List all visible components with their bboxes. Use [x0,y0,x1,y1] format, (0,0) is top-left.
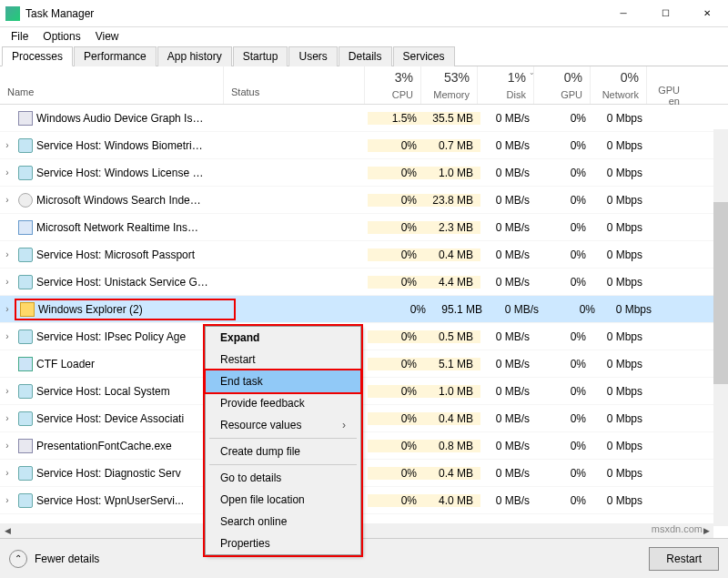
cm-resource-values[interactable]: Resource values [206,414,360,436]
process-row[interactable]: ›Microsoft Windows Search Inde…0%23.8 MB… [0,187,728,214]
expand-icon[interactable] [0,222,15,232]
memory-cell: 0.4 MB [424,248,480,261]
gpu-cell: 0% [537,194,593,207]
memory-cell: 4.0 MB [424,494,480,507]
cm-search-online[interactable]: Search online [206,511,360,532]
process-name: Service Host: Unistack Service G… [36,276,227,289]
process-row[interactable]: CTF Loader0%5.1 MB0 MB/s0%0 Mbps [0,350,728,378]
process-row[interactable]: Microsoft Network Realtime Ins…0%2.3 MB0… [0,214,728,241]
process-icon [18,439,33,453]
process-row[interactable]: ›Service Host: Diagnostic Serv0%0.4 MB0 … [0,460,728,487]
process-row[interactable]: ›Service Host: Device Associati0%0.4 MB0… [0,405,728,432]
network-cell: 0 Mbps [593,330,650,343]
process-row[interactable]: ›Service Host: IPsec Policy Age0%0.5 MB0… [0,323,728,350]
process-icon [18,111,33,126]
col-disk[interactable]: ⌄1%Disk [477,66,533,104]
window-title: Task Manager [25,7,602,20]
memory-cell: 2.3 MB [424,221,480,234]
process-icon [18,193,33,208]
disk-cell: 0 MB/s [480,467,537,480]
process-row[interactable]: ›Service Host: Windows License …0%1.0 MB… [0,159,728,187]
expand-icon[interactable] [0,113,15,123]
cm-create-dump[interactable]: Create dump file [206,441,360,462]
tab-performance[interactable]: Performance [74,46,157,66]
expand-icon[interactable]: › [0,495,15,505]
scroll-left-icon[interactable]: ◀ [0,526,15,535]
cm-go-to-details[interactable]: Go to details [206,467,360,489]
col-gpu[interactable]: 0%GPU [533,66,590,104]
vertical-scrollbar[interactable] [713,129,728,526]
memory-cell: 1.0 MB [424,167,480,179]
watermark: msxdn.com [652,523,703,534]
gpu-cell: 0% [537,276,593,289]
expand-icon[interactable]: › [0,441,15,451]
gpu-cell: 0% [537,330,593,343]
process-row[interactable]: ›Service Host: Windows Biometri…0%0.7 MB… [0,132,728,159]
expand-icon[interactable]: › [0,167,15,177]
col-status[interactable]: Status [223,66,364,104]
memory-cell: 1.0 MB [424,385,480,398]
scrollbar-thumb[interactable] [713,202,728,384]
process-row[interactable]: ›Service Host: Microsoft Passport0%0.4 M… [0,241,728,269]
process-name: Microsoft Network Realtime Ins… [36,221,227,234]
gpu-cell: 0% [537,385,593,398]
col-name[interactable]: Name [0,66,223,104]
chevron-up-icon[interactable]: ⌃ [9,550,27,568]
expand-icon[interactable]: › [0,413,15,423]
expand-icon[interactable] [0,359,15,369]
menu-view[interactable]: View [88,28,126,45]
process-row[interactable]: ›Service Host: Local System0%1.0 MB0 MB/… [0,378,728,405]
expand-icon[interactable]: › [0,468,15,478]
minimize-button[interactable]: ─ [602,0,644,27]
expand-icon[interactable]: › [0,277,15,287]
gpu-cell: 0% [537,358,593,370]
col-memory[interactable]: 53%Memory [420,66,477,104]
cpu-cell: 0% [368,167,424,179]
tab-details[interactable]: Details [339,46,392,66]
menu-file[interactable]: File [4,28,35,45]
cm-restart[interactable]: Restart [206,349,360,370]
col-cpu[interactable]: 3%CPU [364,66,420,104]
expand-icon[interactable]: › [0,304,15,314]
expand-icon[interactable]: › [0,195,15,205]
memory-cell: 0.8 MB [424,440,480,452]
close-button[interactable]: ✕ [686,0,728,27]
restart-button[interactable]: Restart [649,547,719,571]
process-row[interactable]: ›Service Host: Unistack Service G…0%4.4 … [0,269,728,296]
expand-icon[interactable]: › [0,386,15,396]
column-headers: Name Status 3%CPU 53%Memory ⌄1%Disk 0%GP… [0,66,728,105]
process-row[interactable]: ›Windows Explorer (2)0%95.1 MB0 MB/s0%0 … [0,296,728,323]
expand-icon[interactable]: › [0,140,15,150]
gpu-cell: 0% [537,440,593,452]
maximize-button[interactable]: ☐ [644,0,686,27]
process-row[interactable]: Windows Audio Device Graph Is…1.5%35.5 M… [0,105,728,132]
tab-services[interactable]: Services [393,46,455,66]
expand-icon[interactable]: › [0,331,15,341]
tab-app-history[interactable]: App history [157,46,232,66]
process-icon [18,220,33,235]
cpu-cell: 0% [368,330,424,343]
cm-end-task[interactable]: End task [206,370,360,392]
cm-open-file-location[interactable]: Open file location [206,489,360,511]
network-cell: 0 Mbps [593,440,650,452]
network-cell: 0 Mbps [602,303,659,316]
tab-startup[interactable]: Startup [233,46,288,66]
cm-provide-feedback[interactable]: Provide feedback [206,392,360,414]
process-row[interactable]: ›Service Host: WpnUserServi...0%4.0 MB0 … [0,487,728,514]
col-network[interactable]: 0%Network [590,66,646,104]
cm-expand[interactable]: Expand [206,327,360,349]
tab-users[interactable]: Users [288,46,337,66]
cpu-cell: 0% [368,248,424,261]
col-gpu-engine[interactable]: GPU en [646,66,687,104]
cm-properties[interactable]: Properties [206,532,360,554]
gpu-cell: 0% [537,412,593,425]
menu-options[interactable]: Options [35,28,87,45]
window-controls: ─ ☐ ✕ [602,0,728,27]
process-icon [18,493,33,508]
tab-processes[interactable]: Processes [2,46,73,66]
chevron-down-icon: ⌄ [529,68,535,76]
cpu-cell: 0% [368,440,424,452]
cpu-cell: 0% [368,194,424,207]
expand-icon[interactable]: › [0,249,15,259]
process-row[interactable]: ›PresentationFontCache.exe0%0.8 MB0 MB/s… [0,432,728,460]
